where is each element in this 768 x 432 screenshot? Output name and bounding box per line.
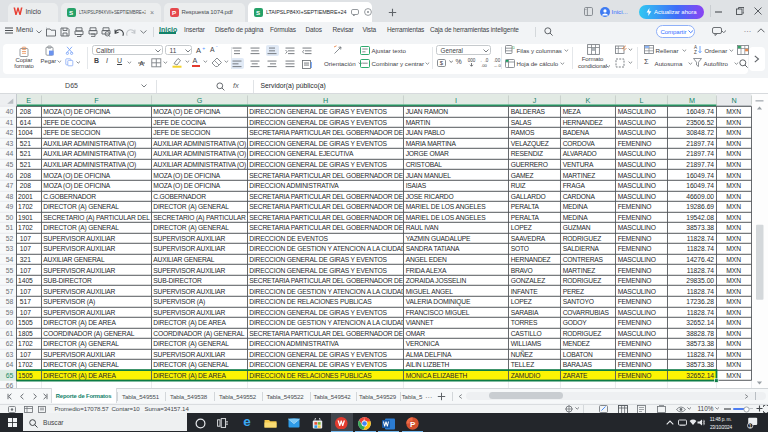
svg-text:11828.74: 11828.74 [687, 288, 715, 295]
svg-text:DIRECCION GENERAL DE GIRAS Y E: DIRECCION GENERAL DE GIRAS Y EVENTOS [249, 161, 387, 168]
svg-text:16049.74: 16049.74 [686, 172, 714, 179]
svg-text:PEREZ: PEREZ [563, 288, 584, 295]
svg-text:DIRECTOR (A) GENERAL: DIRECTOR (A) GENERAL [43, 341, 119, 349]
svg-text:MXN: MXN [726, 288, 741, 295]
svg-text:46: 46 [6, 172, 14, 179]
svg-text:JEFE DE SECCION: JEFE DE SECCION [153, 130, 210, 137]
svg-text:PERALTA: PERALTA [511, 203, 540, 210]
svg-text:MEDINA: MEDINA [563, 203, 589, 210]
svg-text:DIRECTOR (A) GENERAL: DIRECTOR (A) GENERAL [153, 341, 229, 349]
svg-text:RESENDIZ: RESENDIZ [511, 151, 543, 158]
svg-text:SUB-DIRECTOR: SUB-DIRECTOR [43, 277, 92, 284]
svg-text:CONTRERAS: CONTRERAS [563, 256, 604, 263]
svg-text:MXN: MXN [726, 351, 741, 358]
svg-text:BALDERAS: BALDERAS [511, 108, 546, 115]
svg-text:DIRECTOR (A) DE AREA: DIRECTOR (A) DE AREA [43, 372, 116, 380]
svg-text:RUIZ: RUIZ [511, 182, 526, 189]
svg-text:62: 62 [6, 341, 14, 348]
svg-text:AUXILIAR ADMINISTRATIVA (O): AUXILIAR ADMINISTRATIVA (O) [43, 161, 136, 169]
svg-text:COORDINADOR (A) GENERAL: COORDINADOR (A) GENERAL [153, 330, 244, 338]
svg-text:SUPERVISOR AUXILIAR: SUPERVISOR AUXILIAR [43, 309, 115, 316]
svg-text:38828.78: 38828.78 [686, 330, 714, 337]
svg-text:DIRECCION GENERAL DE GIRAS Y E: DIRECCION GENERAL DE GIRAS Y EVENTOS [249, 309, 387, 316]
svg-text:MASCULINO: MASCULINO [618, 130, 656, 137]
svg-text:17236.28: 17236.28 [686, 298, 714, 305]
svg-text:DIRECTOR (A) GENERAL: DIRECTOR (A) GENERAL [43, 362, 119, 370]
svg-text:SUPERVISOR AUXILIAR: SUPERVISOR AUXILIAR [43, 267, 115, 274]
svg-text:GAMEZ: GAMEZ [511, 172, 534, 179]
svg-text:38573.38: 38573.38 [686, 362, 714, 369]
svg-text:DIRECTOR (A) DE AREA: DIRECTOR (A) DE AREA [43, 319, 116, 327]
svg-text:57: 57 [6, 288, 14, 295]
svg-text:LOPEZ: LOPEZ [511, 298, 532, 305]
svg-text:FEMENINO: FEMENINO [618, 362, 652, 369]
svg-text:JOSE RICARDO: JOSE RICARDO [406, 193, 454, 200]
svg-text:1702: 1702 [18, 225, 33, 232]
svg-text:FEMENINO: FEMENINO [618, 277, 652, 284]
svg-text:DIRECTOR (A) GENERAL: DIRECTOR (A) GENERAL [43, 225, 119, 233]
svg-text:11828.74: 11828.74 [687, 267, 715, 274]
svg-text:GUERRERO: GUERRERO [511, 161, 548, 168]
svg-text:1: 1 [748, 423, 751, 429]
svg-text:Z: Z [694, 50, 697, 54]
svg-text:SOTO: SOTO [511, 246, 529, 253]
svg-text:1901: 1901 [18, 214, 33, 221]
svg-text:H: H [323, 96, 328, 105]
svg-text:DIRECCION GENERAL DE GIRAS Y E: DIRECCION GENERAL DE GIRAS Y EVENTOS [249, 351, 387, 358]
svg-text:MASCULINO: MASCULINO [618, 288, 656, 295]
svg-text:MEDINA: MEDINA [563, 214, 589, 221]
svg-text:FEMENINO: FEMENINO [618, 203, 652, 210]
svg-text:16049.74: 16049.74 [686, 108, 714, 115]
svg-text:DIRECCION DE GESTION Y ATENCIO: DIRECCION DE GESTION Y ATENCION A LA CIU… [249, 288, 421, 295]
svg-text:MXN: MXN [726, 161, 741, 168]
svg-text:42: 42 [6, 130, 14, 137]
svg-text:MOZA (O) DE OFICINA: MOZA (O) DE OFICINA [153, 172, 221, 180]
svg-text:DIRECCION GENERAL DE GIRAS Y E: DIRECCION GENERAL DE GIRAS Y EVENTOS [249, 108, 387, 115]
svg-text:MXN: MXN [726, 130, 741, 137]
svg-text:107: 107 [20, 246, 31, 253]
svg-text:MIGUEL ANGEL: MIGUEL ANGEL [406, 288, 454, 295]
svg-text:VENTURA: VENTURA [563, 161, 594, 168]
svg-text:DIRECCION GENERAL DE GIRAS Y E: DIRECCION GENERAL DE GIRAS Y EVENTOS [249, 256, 387, 263]
svg-text:A: A [139, 60, 144, 67]
svg-text:MASCULINO: MASCULINO [618, 193, 656, 200]
svg-text:SUPERVISOR AUXILIAR: SUPERVISOR AUXILIAR [153, 351, 225, 358]
svg-text:ZAMUDIO: ZAMUDIO [511, 372, 540, 379]
svg-text:AUXILIAR ADMINISTRATIVA (O): AUXILIAR ADMINISTRATIVA (O) [153, 140, 246, 148]
svg-text:SAAVEDRA: SAAVEDRA [511, 235, 546, 242]
svg-text:E: E [26, 96, 31, 105]
svg-text:MXN: MXN [726, 182, 741, 189]
svg-text:MXN: MXN [726, 151, 741, 158]
svg-text:VIANNET: VIANNET [406, 319, 434, 326]
svg-text:11828.74: 11828.74 [687, 246, 715, 253]
svg-text:C.GOBERNADOR: C.GOBERNADOR [43, 193, 96, 200]
svg-text:MOZA (O) DE OFICINA: MOZA (O) DE OFICINA [43, 172, 111, 180]
svg-text:BRAVO: BRAVO [511, 267, 533, 274]
svg-text:WILLIAMS: WILLIAMS [511, 341, 542, 348]
svg-text:SANTOYO: SANTOYO [563, 298, 594, 305]
svg-text:1505: 1505 [18, 319, 33, 326]
svg-text:MARIEL DE LOS ANGELES: MARIEL DE LOS ANGELES [406, 203, 487, 210]
svg-text:MASCULINO: MASCULINO [618, 108, 656, 115]
svg-text:VELAZQUEZ: VELAZQUEZ [511, 140, 549, 148]
svg-text:53: 53 [6, 246, 14, 253]
svg-text:K: K [586, 96, 591, 105]
svg-text:C.GOBERNADOR: C.GOBERNADOR [153, 193, 206, 200]
svg-text:1505: 1505 [18, 372, 33, 379]
svg-text:FEMENINO: FEMENINO [618, 341, 652, 348]
svg-text:MARIA MARTINA: MARIA MARTINA [406, 140, 457, 147]
svg-text:JEFE DE COCINA: JEFE DE COCINA [43, 119, 96, 126]
svg-text:SALDIERNA: SALDIERNA [563, 246, 600, 253]
svg-text:MXN: MXN [726, 246, 741, 253]
svg-text:107: 107 [20, 309, 31, 316]
svg-text:BADENA: BADENA [563, 130, 590, 137]
svg-text:DIRECCION DE GESTION Y ATENCIO: DIRECCION DE GESTION Y ATENCION A LA CIU… [249, 319, 421, 326]
svg-text:55: 55 [6, 267, 14, 274]
svg-text:MXN: MXN [726, 108, 741, 115]
svg-text:INFANTE: INFANTE [511, 288, 539, 295]
svg-text:P: P [409, 420, 415, 429]
svg-text:FEMENINO: FEMENINO [618, 267, 652, 274]
svg-text:SUPERVISOR AUXILIAR: SUPERVISOR AUXILIAR [43, 351, 115, 358]
svg-text:MXN: MXN [726, 256, 741, 263]
svg-text:F: F [94, 96, 99, 105]
